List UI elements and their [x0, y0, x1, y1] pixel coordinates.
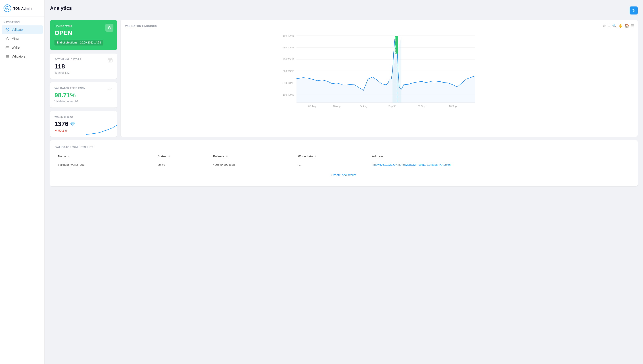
election-end-time: End of elections: 20.09.2021 14:53 [55, 40, 103, 46]
sidebar-item-validator[interactable]: Validator [2, 26, 43, 34]
svg-text:08 Sep: 08 Sep [418, 105, 426, 108]
left-cards: Election status OPEN End of elections: 2… [50, 20, 117, 137]
refresh-icon: ↻ [632, 8, 635, 13]
election-end-value: 20.09.2021 14:53 [80, 41, 101, 44]
row-balance: 4805.543934838 [210, 160, 295, 169]
wallet-icon [5, 46, 9, 50]
search-icon[interactable]: 🔍 [612, 24, 617, 28]
election-end-label: End of elections: [57, 41, 78, 44]
column-status[interactable]: Status ⇅ [155, 152, 210, 160]
svg-text:Sep '21: Sep '21 [389, 105, 397, 108]
validator-efficiency-card: VALIDATOR EFFICIENCY 98.71% Validator in… [50, 82, 117, 108]
active-validators-label: ACTIVE VALIDATORS [55, 58, 113, 61]
logo-icon [4, 4, 11, 12]
diamond-icon: 💎 [70, 122, 75, 126]
weekly-mini-chart [86, 123, 117, 137]
zoom-out-icon[interactable]: ⊖ [607, 24, 610, 28]
svg-text:16 Aug: 16 Aug [333, 105, 341, 108]
nav-label: NAVIGATION [0, 17, 45, 25]
create-wallet-button[interactable]: Create new wallet [55, 169, 632, 181]
sidebar-item-validators[interactable]: Validators [2, 52, 43, 61]
column-balance[interactable]: Balance ⇅ [210, 152, 295, 160]
svg-text:560 TONS: 560 TONS [283, 34, 294, 37]
svg-text:320 TONS: 320 TONS [283, 70, 294, 72]
address-link[interactable]: kf8uw5J61EpzZiONm7hcz23nQMn7BxIE7d1hiM2x… [372, 163, 451, 166]
active-validators-sub: Total of 132 [55, 71, 113, 74]
validator-wallets-table: Name ⇅ Status ⇅ Balance ⇅ Workchain ⇅ [55, 152, 632, 169]
svg-rect-2 [6, 46, 9, 49]
row-address: kf8uw5J61EpzZiONm7hcz23nQMn7BxIE7d1hiM2x… [369, 160, 632, 169]
validator-efficiency-value: 98.71% [55, 92, 113, 99]
svg-text:24 Aug: 24 Aug [360, 105, 367, 108]
election-card: Election status OPEN End of elections: 2… [50, 20, 117, 50]
svg-point-0 [6, 6, 9, 10]
page-title: Analytics [50, 5, 72, 11]
svg-text:08 Aug: 08 Aug [308, 105, 316, 108]
pan-icon[interactable]: ✋ [618, 24, 623, 28]
weekly-income-card: Weekly income 1376 💎 ▼ 50.2 % [50, 111, 117, 137]
table-row: validator_wallet_001 active 4805.5439348… [55, 160, 632, 169]
table-body: validator_wallet_001 active 4805.5439348… [55, 160, 632, 169]
column-name[interactable]: Name ⇅ [55, 152, 155, 160]
active-validators-icon [107, 58, 113, 65]
sidebar-item-miner-label: Miner [12, 37, 20, 40]
chart-area: 560 TONS 480 TONS 400 TONS 320 TONS 240 … [125, 31, 633, 112]
sort-balance-icon: ⇅ [226, 155, 228, 158]
weekly-income-label: Weekly income [55, 116, 113, 118]
row-status: active [155, 160, 210, 169]
refresh-button[interactable]: ↻ [629, 6, 638, 14]
validator-icon [5, 28, 9, 32]
app-logo: TON Admin [0, 0, 45, 17]
svg-rect-5 [108, 59, 112, 62]
weekly-income-value: 1376 [55, 120, 68, 128]
row-name: validator_wallet_001 [55, 160, 155, 169]
app-title: TON Admin [14, 6, 32, 10]
election-status: OPEN [55, 30, 113, 36]
sidebar-item-miner[interactable]: Miner [2, 34, 43, 43]
svg-text:480 TONS: 480 TONS [283, 46, 294, 49]
zoom-in-icon[interactable]: ⊕ [603, 24, 606, 28]
top-row: Election status OPEN End of elections: 2… [50, 20, 638, 137]
validators-icon [5, 54, 9, 58]
svg-marker-27 [296, 36, 475, 102]
chart-title: VALIDATOR EARNINGS [125, 24, 633, 28]
home-icon[interactable]: 🏠 [625, 24, 629, 28]
sidebar-item-wallet[interactable]: Wallet [2, 43, 43, 52]
down-arrow-icon: ▼ [55, 129, 57, 132]
svg-text:16 Sep: 16 Sep [449, 105, 457, 108]
weekly-income-change-value: 50.2 % [58, 129, 67, 132]
sidebar-item-wallet-label: Wallet [12, 46, 20, 49]
top-bar: Analytics ↻ [50, 5, 638, 16]
chart-controls: ⊕ ⊖ 🔍 ✋ 🏠 ☰ [603, 24, 634, 28]
svg-text:240 TONS: 240 TONS [283, 82, 294, 84]
validator-earnings-panel: VALIDATOR EARNINGS ⊕ ⊖ 🔍 ✋ 🏠 ☰ [121, 20, 638, 137]
validator-wallets-card: VALIDATOR WALLETS LIST Name ⇅ Status ⇅ B… [50, 140, 638, 186]
column-address: Address [369, 152, 632, 160]
validator-efficiency-icon [107, 86, 113, 94]
svg-text:160 TONS: 160 TONS [283, 94, 294, 96]
sort-workchain-icon: ⇅ [314, 155, 316, 158]
svg-text:400 TONS: 400 TONS [283, 58, 294, 61]
menu-icon[interactable]: ☰ [631, 24, 634, 28]
election-label: Election status [55, 24, 113, 28]
validator-efficiency-sub: Validator index: 98 [55, 100, 113, 103]
sidebar: TON Admin NAVIGATION Validator Miner Wal… [0, 0, 45, 364]
chart-svg: 560 TONS 480 TONS 400 TONS 320 TONS 240 … [125, 31, 633, 112]
row-workchain: -1 [295, 160, 369, 169]
sort-status-icon: ⇅ [168, 155, 170, 158]
column-workchain[interactable]: Workchain ⇅ [295, 152, 369, 160]
svg-rect-3 [8, 48, 9, 48]
active-validators-value: 118 [55, 63, 113, 70]
validator-efficiency-label: VALIDATOR EFFICIENCY [55, 87, 113, 90]
table-header: Name ⇅ Status ⇅ Balance ⇅ Workchain ⇅ [55, 152, 632, 160]
sidebar-item-validator-label: Validator [12, 28, 24, 32]
main-content: Analytics ↻ Election status OPEN End of [45, 0, 643, 364]
miner-icon [5, 36, 9, 40]
sidebar-item-validators-label: Validators [12, 55, 25, 58]
svg-text:Returned 2 stakes: Returned 2 stakes [395, 36, 397, 53]
active-validators-card: ACTIVE VALIDATORS 118 Total of 132 [50, 54, 117, 79]
table-title: VALIDATOR WALLETS LIST [55, 146, 632, 149]
sort-name-icon: ⇅ [68, 155, 70, 158]
